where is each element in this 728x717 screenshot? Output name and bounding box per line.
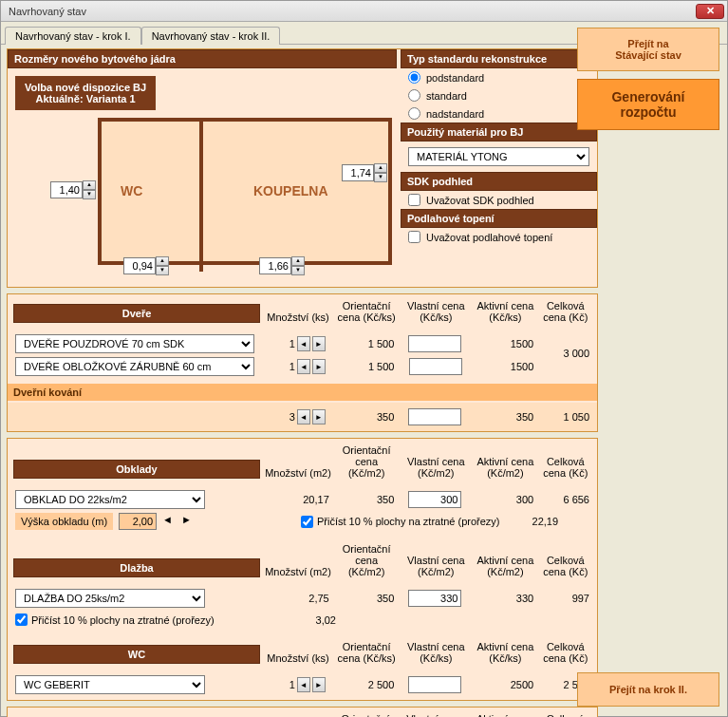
col-header: Vlastní cena (Kč/m2) bbox=[399, 454, 473, 481]
col-header: Orientační cena (Kč/m2) bbox=[334, 443, 399, 481]
vyska-label: Výška obkladu (m) bbox=[15, 513, 113, 530]
col-header: Celková cena (Kč) bbox=[538, 298, 594, 325]
arrow-right-icon[interactable]: ► bbox=[312, 677, 326, 692]
dlazba-pricist-checkbox[interactable] bbox=[15, 613, 28, 626]
dim-left-input[interactable] bbox=[50, 181, 83, 198]
arrow-right-icon[interactable]: ► bbox=[312, 409, 326, 425]
arrow-down-icon[interactable]: ▼ bbox=[291, 266, 305, 275]
arrow-right-icon[interactable]: ► bbox=[312, 359, 326, 374]
close-button[interactable]: ✕ bbox=[696, 4, 724, 19]
dvere-header: Dveře bbox=[13, 304, 260, 323]
col-header: Množství (ks) bbox=[262, 310, 334, 325]
floorplan-box: WC KOUPELNA bbox=[98, 118, 392, 265]
col-header: Orientační cena (Kč/ks) bbox=[334, 298, 399, 325]
vlastni-input[interactable] bbox=[408, 335, 461, 352]
radio-standard[interactable] bbox=[408, 89, 420, 102]
arrow-left-icon[interactable]: ◄ bbox=[162, 514, 176, 529]
obklady-select[interactable]: OBKLAD DO 22ks/m2 bbox=[15, 490, 205, 509]
label-wc: WC bbox=[121, 183, 142, 198]
arrow-down-icon[interactable]: ▼ bbox=[156, 266, 169, 275]
close-icon: ✕ bbox=[706, 5, 715, 17]
material-header: Použitý materiál pro BJ bbox=[401, 123, 597, 142]
arrow-left-icon[interactable]: ◄ bbox=[297, 409, 310, 425]
col-header: Vlastní cena (Kč/ks) bbox=[399, 298, 473, 325]
arrow-left-icon[interactable]: ◄ bbox=[297, 359, 310, 374]
arrow-up-icon[interactable]: ▲ bbox=[83, 180, 96, 190]
obklady-header: Obklady bbox=[13, 460, 260, 479]
dvere-row2-select[interactable]: DVEŘE OBLOŽKOVÉ ZÁRUBNĚ 60 cm bbox=[15, 357, 254, 376]
arrow-up-icon[interactable]: ▲ bbox=[374, 163, 387, 173]
arrow-up-icon[interactable]: ▲ bbox=[291, 256, 305, 266]
generovani-button[interactable]: Generování rozpočtu bbox=[577, 79, 719, 130]
arrow-left-icon[interactable]: ◄ bbox=[297, 336, 310, 351]
arrow-left-icon[interactable]: ◄ bbox=[297, 677, 310, 692]
floorplan-divider bbox=[199, 118, 203, 272]
arrow-right-icon[interactable]: ► bbox=[312, 336, 326, 351]
vlastni-input[interactable] bbox=[408, 408, 461, 425]
radio-nadstandard[interactable] bbox=[408, 107, 420, 120]
podlah-checkbox[interactable] bbox=[408, 231, 420, 243]
typ-standard-header: Typ standardu rekonstrukce bbox=[401, 49, 597, 68]
dispo-button[interactable]: Volba nové dispozice BJ Aktuálně: Varian… bbox=[15, 76, 156, 110]
dim-right-input[interactable] bbox=[342, 164, 374, 181]
wc-select[interactable]: WC GEBERIT bbox=[15, 675, 205, 694]
arrow-right-icon[interactable]: ► bbox=[181, 514, 195, 529]
vlastni-input[interactable] bbox=[408, 491, 461, 508]
dim-bl-input[interactable] bbox=[123, 257, 156, 274]
vlastni-input[interactable] bbox=[408, 590, 461, 607]
arrow-up-icon[interactable]: ▲ bbox=[156, 256, 169, 266]
vlastni-input[interactable] bbox=[408, 676, 461, 693]
col-header: Celková cena (Kč) bbox=[538, 454, 594, 481]
wc-header: WC bbox=[13, 645, 260, 664]
vyska-input[interactable] bbox=[119, 513, 157, 530]
rozmery-header: Rozměry nového bytového jádra bbox=[8, 49, 397, 68]
col-header: Množství (m2) bbox=[262, 465, 334, 481]
podlah-header: Podlahové topení bbox=[401, 209, 597, 228]
right-sidebar: Přejít na Stávající stav Generování rozp… bbox=[577, 28, 719, 138]
prejit-krok2-button[interactable]: Přejít na krok II. bbox=[577, 672, 719, 707]
titlebar: Navrhovaný stav ✕ bbox=[1, 1, 727, 22]
sdk-checkbox[interactable] bbox=[408, 194, 420, 206]
col-header: Aktivní cena (Kč/ks) bbox=[473, 298, 537, 325]
col-header: Aktivní cena (Kč/m2) bbox=[473, 454, 537, 481]
obklady-pricist-checkbox[interactable] bbox=[301, 516, 313, 528]
tab-krok-1[interactable]: Navrhovaný stav - krok I. bbox=[5, 27, 141, 45]
arrow-down-icon[interactable]: ▼ bbox=[83, 190, 96, 199]
dlazba-header: Dlažba bbox=[13, 558, 260, 577]
label-koupelna: KOUPELNA bbox=[253, 183, 328, 198]
radio-podstandard[interactable] bbox=[408, 71, 420, 84]
dim-br-input[interactable] bbox=[259, 257, 291, 274]
dvere-row1-select[interactable]: DVEŘE POUZDROVÉ 70 cm SDK bbox=[15, 334, 254, 353]
window-title: Navrhovaný stav bbox=[9, 6, 86, 17]
vlastni-input[interactable] bbox=[409, 358, 462, 375]
dlazba-select[interactable]: DLAŽBA DO 25ks/m2 bbox=[15, 589, 205, 608]
floorplan: Volba nové dispozice BJ Aktuálně: Varian… bbox=[8, 68, 397, 287]
arrow-down-icon[interactable]: ▼ bbox=[374, 173, 387, 182]
prejit-stavajici-button[interactable]: Přejít na Stávající stav bbox=[577, 28, 719, 71]
tab-krok-2[interactable]: Navrhovaný stav - krok II. bbox=[141, 27, 281, 45]
sdk-header: SDK podhled bbox=[401, 172, 597, 191]
material-select[interactable]: MATERIÁL YTONG bbox=[408, 147, 589, 166]
kovani-header: Dveřní kování bbox=[8, 384, 597, 401]
